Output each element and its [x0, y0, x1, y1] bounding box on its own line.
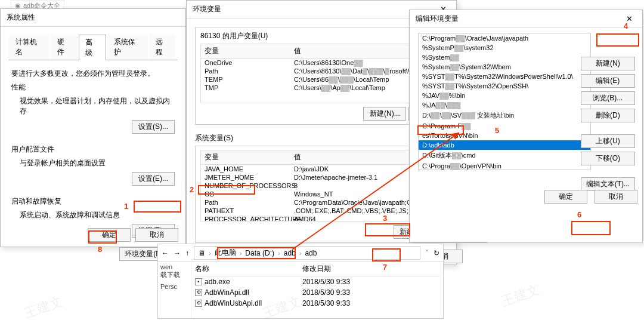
browse-button[interactable]: 浏览(B)...: [581, 91, 635, 105]
annotation-8: 8: [98, 245, 102, 254]
system-properties-title: 系统属性: [7, 13, 35, 23]
tab-advanced[interactable]: 高级: [79, 35, 106, 60]
crumb-thispc[interactable]: 此电脑: [215, 248, 236, 258]
chevron-right-icon: ›: [299, 250, 302, 257]
list-item[interactable]: D:\▒▒\▒▒\SV▒▒▒ 安装地址\bin: [419, 110, 590, 121]
moveup-button[interactable]: 上移(U): [581, 134, 635, 148]
movedown-button[interactable]: 下移(O): [581, 152, 635, 165]
list-item-selected[interactable]: D:\adb\adb: [419, 140, 590, 150]
list-item[interactable]: C:\Program F▒▒: [419, 121, 590, 131]
chevron-right-icon: ›: [209, 250, 211, 257]
list-item[interactable]: C:\Progra▒▒\OpenVPN\bin: [419, 161, 590, 170]
col-date[interactable]: 修改日期: [302, 264, 331, 274]
tab-hardware[interactable]: 硬件: [51, 34, 78, 60]
crumb-adb2[interactable]: adb: [305, 249, 317, 257]
watermark: 王建文: [499, 281, 542, 311]
annotation-7: 7: [383, 263, 387, 272]
sidebar-item[interactable]: 载下载: [160, 270, 188, 279]
path-list[interactable]: C:\Program▒▒\Oracle\Java\javapath %Syste…: [418, 33, 591, 170]
tab-protection[interactable]: 系统保护: [107, 34, 148, 60]
system-properties-dialog: 系统属性 计算机名 硬件 高级 系统保护 远程 要进行大多数更改，您必须作为管理…: [0, 8, 186, 247]
nav-fwd-icon[interactable]: →: [174, 249, 181, 257]
admin-note: 要进行大多数更改，您必须作为管理员登录。: [11, 69, 175, 79]
list-item[interactable]: D:\Git版本▒▒\cmd: [419, 150, 590, 161]
sys-th-val: 值: [294, 152, 301, 162]
nav-up-icon[interactable]: ↑: [185, 249, 189, 257]
sidebar-item[interactable]: wen: [160, 263, 188, 270]
edit-env-dialog: 编辑环境变量 ✕ C:\Program▒▒\Oracle\Java\javapa…: [409, 10, 643, 242]
list-item[interactable]: %System▒▒: [419, 53, 590, 62]
new-button[interactable]: 新建(N): [581, 57, 635, 70]
user-th-var: 变量: [205, 46, 294, 56]
startup-heading: 启动和故障恢复: [11, 196, 175, 207]
chevron-right-icon: ›: [278, 250, 280, 257]
env-vars-title: 环境变量: [193, 4, 221, 14]
breadcrumb[interactable]: 🖥 › 此电脑 › Data (D:) › adb › adb: [194, 246, 420, 260]
file-icon: ⚙: [195, 300, 202, 307]
settings-s-button[interactable]: 设置(S)...: [132, 120, 175, 134]
annotation-4: 4: [624, 21, 628, 30]
perf-heading: 性能: [11, 82, 175, 93]
sysprops-cancel-button[interactable]: 取消: [135, 228, 178, 242]
sys-th-var: 变量: [205, 152, 294, 162]
perf-desc: 视觉效果，处理器计划，内存使用，以及虚拟内存: [20, 96, 175, 116]
crumb-adb1[interactable]: adb: [284, 249, 296, 257]
crumb-drive[interactable]: Data (D:): [245, 249, 274, 257]
list-item[interactable]: C:\Program▒▒\Oracle\Java\javapath: [419, 33, 590, 43]
list-item[interactable]: %System▒▒\System32\Wbem: [419, 62, 590, 72]
delete-button[interactable]: 删除(D): [581, 109, 635, 122]
explorer-sidebar: wen 载下载 Persc: [158, 262, 191, 318]
watermark: 王建文: [22, 293, 65, 320]
userprofiles-heading: 用户配置文件: [11, 144, 175, 155]
file-icon: ⚙: [195, 289, 202, 296]
user-th-val: 值: [294, 46, 301, 56]
userprofiles-desc: 与登录帐户相关的桌面设置: [20, 158, 175, 168]
col-name[interactable]: 名称: [195, 264, 302, 274]
pc-icon: 🖥: [198, 249, 205, 257]
refresh-icon[interactable]: ↻: [434, 249, 439, 257]
system-properties-tabs: 计算机名 硬件 高级 系统保护 远程: [9, 34, 177, 60]
tab-computername[interactable]: 计算机名: [9, 34, 49, 60]
chevron-down-icon[interactable]: ˅: [425, 249, 429, 257]
list-item[interactable]: es\TortoiseSVN\bin: [419, 131, 590, 140]
editenv-cancel-button[interactable]: 取消: [595, 190, 637, 204]
user-new-button[interactable]: 新建(N)...: [363, 107, 406, 121]
annotation-5: 5: [495, 126, 499, 135]
file-row[interactable]: ⚙AdbWinApi.dll 2018/5/30 9:33: [195, 287, 439, 298]
nav-back-icon[interactable]: ←: [162, 249, 169, 257]
sysprops-ok-button[interactable]: 确定: [88, 228, 131, 242]
edit-env-title: 编辑环境变量: [416, 14, 459, 24]
list-item[interactable]: %JAV▒▒%\bin: [419, 91, 590, 100]
settings-e-button[interactable]: 设置(E)...: [132, 172, 175, 186]
file-row[interactable]: ⚙AdbWinUsbApi.dll 2018/5/30 9:33: [195, 298, 439, 309]
chevron-right-icon: ›: [240, 250, 242, 257]
annotation-2: 2: [190, 185, 194, 194]
edit-button[interactable]: 编辑(E): [581, 74, 635, 88]
tab-remote[interactable]: 远程: [149, 34, 176, 60]
list-item[interactable]: %SYST▒▒T%\System32\OpenSSH\: [419, 81, 590, 91]
list-item[interactable]: %SYST▒▒T%\System32\WindowsPowerShell\v1.…: [419, 72, 590, 81]
annotation-1: 1: [124, 202, 128, 211]
annotation-6: 6: [577, 210, 581, 219]
list-item[interactable]: %SystemP▒▒\system32: [419, 43, 590, 53]
editenv-ok-button[interactable]: 确定: [544, 190, 587, 204]
annotation-3: 3: [383, 214, 387, 223]
file-icon: ▪: [195, 278, 202, 285]
edit-text-button[interactable]: 编辑文本(T)...: [581, 177, 635, 191]
list-item[interactable]: %JA▒▒\▒▒▒: [419, 100, 590, 110]
sidebar-item[interactable]: Persc: [160, 283, 188, 290]
startup-desc: 系统启动、系统故障和调试信息: [20, 210, 175, 220]
file-row[interactable]: ▪adb.exe 2018/5/30 9:33: [195, 276, 439, 287]
file-explorer: ← → ↑ 🖥 › 此电脑 › Data (D:) › adb › adb ˅ …: [157, 244, 444, 319]
